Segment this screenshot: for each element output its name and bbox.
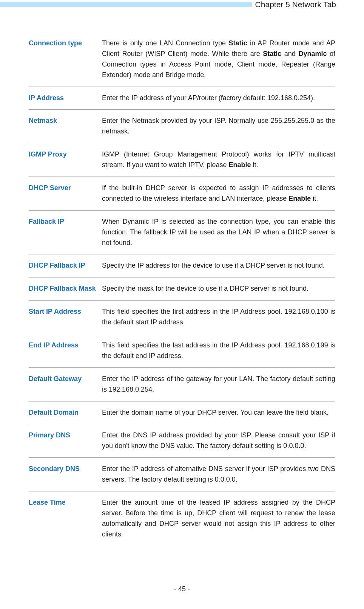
row-description: Enter the domain name of your DHCP serve… — [102, 408, 335, 418]
row-description: If the built-in DHCP server is expected … — [102, 183, 335, 204]
row-description: Enter the amount time of the leased IP a… — [102, 497, 335, 540]
table-row: Default GatewayEnter the IP address of t… — [29, 367, 335, 401]
row-label: DHCP Fallback Mask — [29, 284, 102, 294]
page-header: Chapter 5 Network Tab — [0, 0, 364, 9]
row-description: There is only one LAN Connection type St… — [102, 38, 335, 81]
row-description: Specify the IP address for the device to… — [102, 260, 335, 271]
chapter-title: Chapter 5 Network Tab — [255, 0, 364, 9]
row-description: Enter the DNS IP address provided by you… — [102, 430, 335, 451]
header-accent-line — [0, 2, 252, 7]
table-row: Default DomainEnter the domain name of y… — [29, 401, 335, 424]
table-row: DHCP Fallback MaskSpecify the mask for t… — [29, 277, 335, 300]
row-label: Default Domain — [29, 408, 102, 418]
row-label: Default Gateway — [29, 374, 102, 395]
row-description: Enter the Netmask provided by your ISP. … — [102, 116, 335, 137]
row-label: DHCP Server — [29, 183, 102, 204]
row-label: Fallback IP — [29, 217, 102, 248]
table-row: Fallback IPWhen Dynamic IP is selected a… — [29, 210, 335, 254]
row-label: IP Address — [29, 93, 102, 104]
row-label: Lease Time — [29, 497, 102, 540]
table-row: NetmaskEnter the Netmask provided by you… — [29, 109, 335, 143]
row-description: Enter the IP address of the gateway for … — [102, 374, 335, 395]
table-row: IP AddressEnter the IP address of your A… — [29, 87, 335, 110]
row-description: When Dynamic IP is selected as the conne… — [102, 217, 335, 248]
table-row: End IP AddressThis field specifies the l… — [29, 334, 335, 367]
table-row: DHCP ServerIf the built-in DHCP server i… — [29, 177, 335, 210]
table-row: Secondary DNSEnter the IP address of alt… — [29, 457, 335, 491]
row-label: End IP Address — [29, 340, 102, 361]
table-row: Primary DNSEnter the DNS IP address prov… — [29, 424, 335, 457]
table-row: Start IP AddressThis field specifies the… — [29, 300, 335, 334]
definition-table: Connection typeThere is only one LAN Con… — [29, 32, 335, 546]
table-row: IGMP ProxyIGMP (Internet Group Managemen… — [29, 143, 335, 177]
row-label: Connection type — [29, 38, 102, 81]
table-row: DHCP Fallback IPSpecify the IP address f… — [29, 254, 335, 277]
row-description: Specify the mask for the device to use i… — [102, 284, 335, 294]
row-description: Enter the IP address of alternative DNS … — [102, 464, 335, 485]
row-label: Netmask — [29, 116, 102, 137]
table-row: Connection typeThere is only one LAN Con… — [29, 32, 335, 87]
row-description: Enter the IP address of your AP/router (… — [102, 93, 335, 104]
row-description: This field specifies the first address i… — [102, 307, 335, 328]
table-row: Lease TimeEnter the amount time of the l… — [29, 491, 335, 546]
row-description: This field specifies the last address in… — [102, 340, 335, 361]
row-label: DHCP Fallback IP — [29, 260, 102, 271]
row-label: Primary DNS — [29, 430, 102, 451]
row-label: Start IP Address — [29, 307, 102, 328]
page-number: - 45 - — [0, 585, 364, 593]
row-description: IGMP (Internet Group Management Protocol… — [102, 149, 335, 170]
row-label: Secondary DNS — [29, 464, 102, 485]
row-label: IGMP Proxy — [29, 149, 102, 170]
